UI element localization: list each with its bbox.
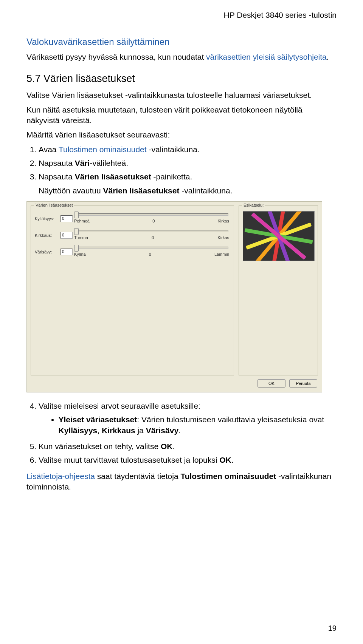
page-header: HP Deskjet 3840 series -tulostin: [26, 11, 337, 20]
intro-2: Kun näitä asetuksia muutetaan, tulosteen…: [26, 105, 337, 126]
slider-row-tone: Värisävy: 0 Kylmä 0 Lämmin: [35, 244, 230, 259]
step-3: Napsauta Värien lisäasetukset -painikett…: [39, 171, 337, 196]
slider-saturation[interactable]: Pehmeä 0 Kirkas: [73, 211, 230, 226]
steps-list-bottom: Valitse mieleisesi arvot seuraaville ase…: [26, 401, 337, 466]
preview-legend: Esikatselu:: [242, 203, 265, 207]
step-6: Valitse muut tarvittavat tulostusasetuks…: [39, 455, 337, 465]
photo-cartridge-body: Värikasetti pysyy hyvässä kunnossa, kun …: [26, 52, 337, 62]
header-title: HP Deskjet 3840 series -tulostin: [224, 11, 337, 19]
slider-brightness[interactable]: Tumma 0 Kirkas: [73, 228, 230, 243]
bullet-general-color: Yleiset väriasetukset: Värien tulostumis…: [59, 414, 337, 436]
step-3b: Näyttöön avautuu Värien lisäasetukset -v…: [39, 185, 337, 196]
cancel-button[interactable]: Peruuta: [289, 379, 317, 388]
sliders-legend: Värien lisäasetukset: [34, 203, 74, 207]
link-storage-guidelines[interactable]: värikasettien yleisiä säilytysohjeita: [206, 53, 327, 61]
link-printer-properties[interactable]: Tulostimen ominaisuudet: [59, 145, 147, 154]
step-5: Kun väriasetukset on tehty, valitse OK.: [39, 441, 337, 452]
link-more-info[interactable]: Lisätietoja-ohjeesta: [26, 472, 95, 480]
slider-row-brightness: Kirkkaus: 0 Tumma 0 Kirkas: [35, 228, 230, 243]
intro-3: Määritä värien lisäasetukset seuraavasti…: [26, 130, 337, 140]
ok-button[interactable]: OK: [258, 379, 285, 388]
label-tone: Värisävy:: [35, 250, 58, 254]
intro-1: Valitse Värien lisäasetukset -valintaikk…: [26, 90, 337, 100]
step-4-bullets: Yleiset väriasetukset: Värien tulostumis…: [39, 414, 337, 436]
heading-color-advanced: 5.7 Värien lisäasetukset: [26, 73, 337, 85]
step-2: Napsauta Väri-välilehteä.: [39, 158, 337, 168]
value-brightness[interactable]: 0: [60, 232, 73, 239]
step-1: Avaa Tulostimen ominaisuudet -valintaikk…: [39, 144, 337, 155]
page-number: 19: [328, 624, 337, 633]
value-saturation[interactable]: 0: [60, 215, 73, 222]
sliders-group: Värien lisäasetukset Kylläisyys: 0 Pehme…: [31, 205, 234, 375]
slider-tone[interactable]: Kylmä 0 Lämmin: [73, 244, 230, 259]
value-tone[interactable]: 0: [60, 249, 73, 255]
steps-list-top: Avaa Tulostimen ominaisuudet -valintaikk…: [26, 144, 337, 196]
color-settings-dialog: Värien lisäasetukset Kylläisyys: 0 Pehme…: [26, 201, 322, 392]
preview-group: Esikatselu:: [239, 205, 318, 375]
heading-photo-cartridge: Valokuvavärikasettien säilyttäminen: [26, 37, 337, 47]
preview-image: [243, 211, 315, 261]
step-4: Valitse mieleisesi arvot seuraaville ase…: [39, 401, 337, 436]
footer-link-paragraph: Lisätietoja-ohjeesta saat täydentäviä ti…: [26, 471, 337, 493]
label-saturation: Kylläisyys:: [35, 216, 58, 221]
label-brightness: Kirkkaus:: [35, 233, 58, 238]
slider-row-saturation: Kylläisyys: 0 Pehmeä 0 Kirkas: [35, 211, 230, 226]
